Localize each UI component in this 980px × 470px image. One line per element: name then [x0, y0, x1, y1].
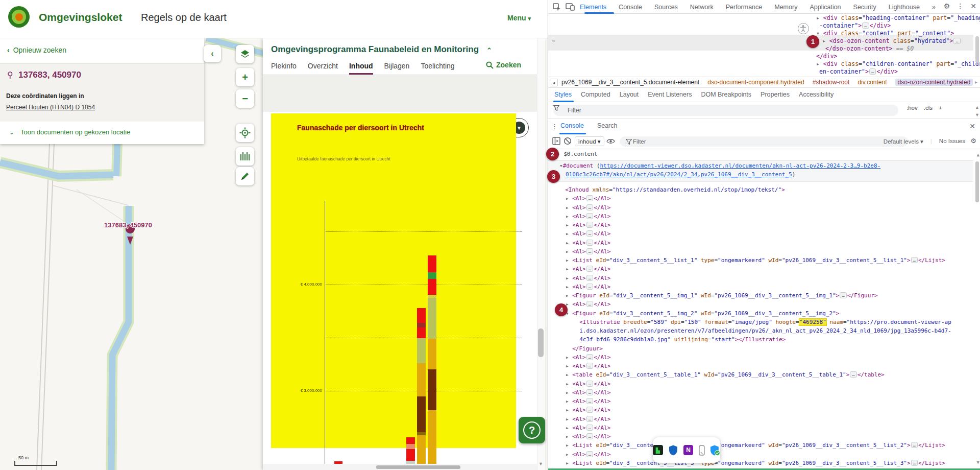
- console-xml-al-line[interactable]: ▸ <Al>…</Al>: [566, 204, 610, 211]
- close-devtools-icon[interactable]: ✕: [970, 2, 976, 10]
- parcel-link[interactable]: Perceel Houten (HTN04) D 1054: [6, 104, 95, 111]
- console-xml-line[interactable]: </Figuur>: [566, 345, 603, 352]
- styles-tab-event-listeners[interactable]: Event Listeners: [648, 91, 692, 98]
- console-xml-al-line[interactable]: ▸ <Al>…</Al>: [566, 248, 610, 255]
- device-toolbar-icon[interactable]: [566, 3, 575, 11]
- scrollbar-down-arrow[interactable]: ▼: [977, 460, 979, 465]
- elements-tree-line[interactable]: ▾ <div class="content" part="_content">: [816, 30, 954, 37]
- breadcrumb-item[interactable]: dso-ozon-content.hydrated: [895, 79, 973, 86]
- zoom-in-button[interactable]: +: [236, 68, 254, 86]
- elements-tree-line[interactable]: ▸ <div class="children-container" part="…: [816, 60, 980, 67]
- menu-button[interactable]: Menu ▾: [507, 14, 531, 22]
- console-xml-figuur-line[interactable]: ▾ <Figuur eId="div_3__content_5__img_2" …: [566, 310, 839, 317]
- scrollbar-thumb[interactable]: [538, 328, 544, 357]
- console-xml-line[interactable]: i.dso.kadaster.nl/ozon/presenteren/v7/af…: [573, 327, 951, 334]
- help-button[interactable]: ?: [519, 417, 545, 443]
- console-eval-row[interactable]: › $0.content: [557, 151, 597, 157]
- tab-toelichting[interactable]: Toelichting: [421, 58, 454, 75]
- breadcrumb-item[interactable]: #shadow-root: [813, 79, 850, 86]
- shield-check-extension-icon[interactable]: [710, 445, 720, 456]
- styles-toolbar-cls[interactable]: .cls: [924, 105, 933, 111]
- scrollbar-up-arrow[interactable]: ▲: [977, 152, 979, 157]
- document-vertical-scrollbar[interactable]: [537, 38, 545, 470]
- usb-device-icon[interactable]: [699, 445, 705, 456]
- console-xml-al-line[interactable]: ▸ <Al>…</Al>: [566, 416, 610, 422]
- console-xml-al-line[interactable]: ▸ <Al>…</Al>: [566, 266, 610, 272]
- devtools-tab-elements[interactable]: Elements: [580, 4, 606, 11]
- devtools-tab-console[interactable]: Console: [619, 4, 642, 11]
- console-xml-al-line[interactable]: ▸ <Al>…</Al>: [566, 389, 610, 396]
- console-xml-al-line[interactable]: ▸ <Al>…</Al>: [566, 354, 610, 361]
- issues-counter[interactable]: No Issues: [939, 138, 965, 145]
- shield-extension-icon[interactable]: [669, 445, 678, 456]
- inspect-element-icon[interactable]: [553, 3, 561, 11]
- panel-collapse-button[interactable]: ‹: [204, 45, 221, 62]
- elements-tree-line[interactable]: ▸ <div class="heading-container" part="_…: [816, 14, 980, 21]
- console-xml-al-line[interactable]: ▸ <Al>…</Al>: [566, 275, 610, 281]
- console-scrollbar-thumb[interactable]: [975, 161, 979, 202]
- console-xml-table-line[interactable]: ▸ <table eId="div_3__content_5__table_1"…: [566, 371, 885, 378]
- devtools-tab-network[interactable]: Network: [690, 4, 714, 11]
- console-xml-al-line[interactable]: ▸ <Al>…</Al>: [566, 398, 610, 405]
- console-xml-line[interactable]: <Illustratie breedte="589" dpi="150" for…: [573, 319, 951, 325]
- tab-overzicht[interactable]: Overzicht: [308, 58, 338, 75]
- console-xml-al-line[interactable]: ▸ <Al>…</Al>: [566, 213, 610, 220]
- styles-tab-dom-breakpoints[interactable]: DOM Breakpoints: [701, 91, 751, 98]
- console-xml-al-line[interactable]: ▸ <Al>…</Al>: [566, 433, 610, 440]
- scrollbar-down-arrow[interactable]: ▼: [975, 112, 979, 118]
- console-xml-al-line[interactable]: ▸ <Al>…</Al>: [566, 407, 610, 413]
- live-expression-eye-icon[interactable]: [606, 138, 615, 145]
- console-result-line1[interactable]: ▾#document (https://document-viewer.dso.…: [559, 162, 880, 169]
- breadcrumb-item[interactable]: dso-document-component.hydrated: [707, 79, 804, 86]
- devtools-tab-security[interactable]: Security: [853, 4, 876, 11]
- devtools-tab-application[interactable]: Application: [810, 4, 841, 11]
- devtools-tab-lighthouse[interactable]: Lighthouse: [889, 4, 920, 11]
- console-xml-al-line[interactable]: ▸ <Al>…</Al>: [566, 284, 610, 290]
- console-log[interactable]: › $0.content ▾#document (https://documen…: [548, 149, 980, 468]
- devtools-tab-sources[interactable]: Sources: [654, 4, 678, 11]
- console-xml-al-line[interactable]: ▸ <Al>…</Al>: [566, 425, 610, 431]
- breadcrumb-item[interactable]: pv26_1069__div_3__content_5.document-ele…: [561, 79, 699, 86]
- elements-scrollbar-thumb[interactable]: [975, 36, 979, 63]
- terminal-extension-icon[interactable]: ▙: [653, 445, 663, 455]
- devtools-tab-memory[interactable]: Memory: [774, 4, 797, 11]
- console-xml-figuur-line[interactable]: ▸ <Figuur eId="div_3__content_5__img_1" …: [566, 292, 878, 299]
- document-search-button[interactable]: Zoeken: [486, 61, 521, 69]
- back-to-search-link[interactable]: ‹Opnieuw zoeken: [7, 46, 66, 54]
- collapse-document-icon[interactable]: ⌃: [486, 46, 492, 54]
- console-xml-al-line[interactable]: ▸ <Al>…</Al>: [566, 230, 610, 237]
- kebab-menu-icon[interactable]: ⋮: [551, 123, 558, 130]
- styles-tab-properties[interactable]: Properties: [761, 91, 790, 98]
- styles-tab-accessibility[interactable]: Accessibility: [799, 91, 834, 98]
- styles-tab-styles[interactable]: Styles: [554, 91, 572, 98]
- console-context-selector[interactable]: inhoud ▾: [575, 136, 604, 146]
- elements-tree-line[interactable]: en-container">…</div>: [819, 68, 898, 75]
- breadcrumb-scroll-left[interactable]: ◂: [550, 79, 558, 86]
- elements-tree-line[interactable]: -container">…</div>: [819, 22, 891, 29]
- styles-filter-input[interactable]: Filter: [553, 105, 898, 116]
- locate-button[interactable]: [236, 124, 254, 142]
- console-xml-al-line[interactable]: ▸ <Al>…</Al>: [566, 240, 610, 246]
- styles-tab-layout[interactable]: Layout: [620, 91, 639, 98]
- elements-tree-line[interactable]: ▸ <dso-ozon-content class="hydrated">…: [822, 37, 961, 44]
- scrollbar-thumb[interactable]: [376, 465, 460, 469]
- elements-tree-line[interactable]: </div>: [816, 53, 838, 60]
- styles-tab-computed[interactable]: Computed: [581, 91, 610, 98]
- console-xml-al-line[interactable]: ▸ <Al>…</Al>: [566, 301, 610, 308]
- onenote-extension-icon[interactable]: N: [683, 445, 694, 455]
- layers-button[interactable]: [236, 45, 254, 63]
- measure-button[interactable]: [236, 147, 254, 166]
- console-xml-al-line[interactable]: ▸ <Al>…</Al>: [566, 195, 610, 202]
- scrollbar-up-arrow[interactable]: ▲: [975, 105, 979, 110]
- console-sidebar-icon[interactable]: [552, 137, 560, 145]
- settings-gear-icon[interactable]: ⚙: [944, 2, 950, 10]
- console-xml-al-line[interactable]: ▸ <Al>…</Al>: [566, 451, 610, 458]
- styles-toolbar-[interactable]: +: [939, 105, 942, 111]
- tab-console[interactable]: Console: [560, 122, 584, 129]
- tab-plekinfo[interactable]: Plekinfo: [271, 58, 297, 75]
- console-xml-al-line[interactable]: ▸ <Al>…</Al>: [566, 381, 610, 387]
- scrollbar-up-arrow[interactable]: ▲: [977, 15, 979, 20]
- devtools-tab-performance[interactable]: Performance: [726, 4, 763, 11]
- console-result-line2[interactable]: 0108c3c26cb7#/akn/nl/act/pv26/2024/2_34,…: [566, 171, 795, 178]
- tab-search[interactable]: Search: [597, 122, 618, 129]
